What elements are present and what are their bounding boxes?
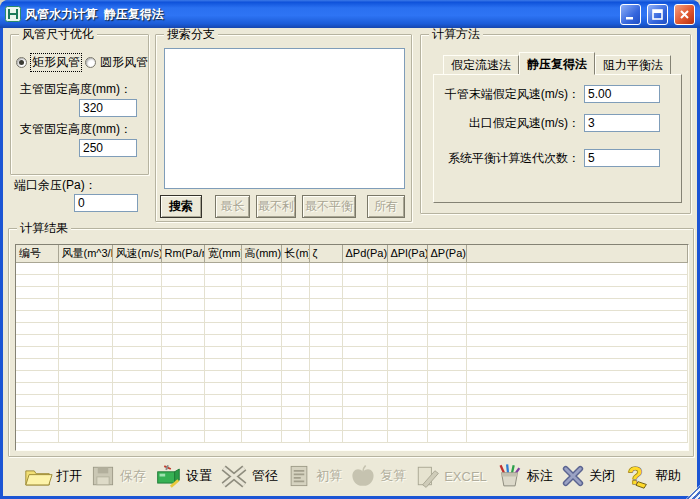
grid-cell <box>161 346 204 358</box>
duct-size-group-title: 风管尺寸优化 <box>19 28 97 41</box>
grid-cell <box>58 298 112 310</box>
grid-cell <box>16 370 58 382</box>
col-zeta: ζ <box>309 245 342 262</box>
grid-cell <box>281 322 309 334</box>
recalc-label: 复算 <box>380 467 406 485</box>
grid-cell <box>241 286 281 298</box>
grid-cell <box>241 274 281 286</box>
results-grid[interactable]: 编号 风量(m^3/h) 风速(m/s) Rm(Pa/m) 宽(mm) 高(mm… <box>15 244 689 451</box>
grid-cell <box>161 322 204 334</box>
branch-height-input[interactable] <box>79 139 137 157</box>
grid-cell <box>204 310 241 322</box>
maximize-button[interactable] <box>647 4 668 25</box>
tab-resistance-balance[interactable]: 阻力平衡法 <box>595 55 671 74</box>
grid-cell <box>281 334 309 346</box>
open-tool[interactable]: 打开 <box>23 463 82 490</box>
radio-circular-duct[interactable]: 圆形风管 <box>85 54 148 71</box>
grid-cell <box>309 430 342 442</box>
minimize-icon <box>624 8 637 21</box>
port-pressure-input[interactable] <box>74 194 138 212</box>
pipe-diameter-icon <box>219 463 249 490</box>
grid-cell <box>281 358 309 370</box>
grid-cell <box>309 358 342 370</box>
grid-cell <box>16 310 58 322</box>
main-height-input[interactable] <box>79 99 137 117</box>
grid-cell <box>241 310 281 322</box>
annotate-tool[interactable]: 标注 <box>494 463 553 490</box>
grid-cell <box>58 406 112 418</box>
close-app-tool[interactable]: 关闭 <box>560 464 615 488</box>
grid-row <box>16 334 688 346</box>
tab-assumed-velocity[interactable]: 假定流速法 <box>443 55 519 74</box>
tab-static-pressure-regain[interactable]: 静压复得法 <box>519 52 595 75</box>
radio-rectangular-duct[interactable]: 矩形风管 <box>16 54 81 71</box>
branch-listbox[interactable] <box>164 48 405 189</box>
grid-cell <box>204 358 241 370</box>
open-folder-icon <box>23 463 53 490</box>
grid-cell <box>241 322 281 334</box>
grid-cell <box>16 430 58 442</box>
grid-cell <box>342 430 387 442</box>
grid-cell <box>112 382 161 394</box>
longest-button: 最长 <box>215 195 250 218</box>
window-title: 风管水力计算 静压复得法 <box>25 6 614 23</box>
most-unfavorable-button: 最不利 <box>256 195 296 218</box>
grid-cell <box>241 346 281 358</box>
annotate-label: 标注 <box>527 467 553 485</box>
col-height: 高(mm) <box>241 245 281 262</box>
help-tool[interactable]: ? 帮助 <box>622 462 681 490</box>
grid-cell <box>281 406 309 418</box>
grid-cell <box>161 310 204 322</box>
grid-cell <box>281 298 309 310</box>
settings-tool[interactable]: 设置 <box>153 463 212 490</box>
grid-cell <box>16 286 58 298</box>
grid-cell <box>58 346 112 358</box>
grid-cell <box>342 406 387 418</box>
outlet-velocity-input[interactable] <box>584 114 660 132</box>
grid-cell <box>112 346 161 358</box>
grid-cell <box>342 358 387 370</box>
grid-cell <box>112 310 161 322</box>
grid-cell <box>281 262 309 274</box>
grid-cell <box>204 334 241 346</box>
grid-cell <box>204 382 241 394</box>
grid-cell <box>281 370 309 382</box>
grid-cell <box>387 382 427 394</box>
grid-cell <box>387 394 427 406</box>
grid-cell <box>58 310 112 322</box>
pipe-diameter-tool[interactable]: 管径 <box>219 463 278 490</box>
col-dpl: ΔPl(Pa) <box>387 245 427 262</box>
grid-row <box>16 322 688 334</box>
grid-cell <box>58 418 112 430</box>
radio-round-label: 圆形风管 <box>100 54 148 71</box>
grid-cell <box>342 310 387 322</box>
trunk-end-velocity-input[interactable] <box>584 85 660 103</box>
title-bar[interactable]: 风管水力计算 静压复得法 <box>0 0 700 28</box>
initial-calc-doc-icon <box>285 463 313 489</box>
save-tool: 保存 <box>89 463 146 489</box>
grid-cell <box>342 394 387 406</box>
grid-cell <box>58 394 112 406</box>
grid-cell <box>466 382 688 394</box>
grid-cell <box>241 358 281 370</box>
grid-cell <box>466 274 688 286</box>
grid-cell <box>58 382 112 394</box>
close-button[interactable] <box>674 4 695 25</box>
iteration-count-input[interactable] <box>584 149 660 167</box>
grid-cell <box>342 298 387 310</box>
app-icon[interactable] <box>5 6 21 22</box>
grid-row <box>16 310 688 322</box>
grid-cell <box>58 430 112 442</box>
grid-cell <box>241 394 281 406</box>
grid-cell <box>112 394 161 406</box>
search-button[interactable]: 搜索 <box>160 195 202 218</box>
annotate-pens-icon <box>494 463 524 490</box>
col-id: 编号 <box>16 245 58 262</box>
minimize-button[interactable] <box>620 4 641 25</box>
grid-header-row: 编号 风量(m^3/h) 风速(m/s) Rm(Pa/m) 宽(mm) 高(mm… <box>16 245 688 262</box>
grid-cell <box>427 406 466 418</box>
grid-row <box>16 382 688 394</box>
grid-cell <box>427 346 466 358</box>
grid-cell <box>204 406 241 418</box>
grid-cell <box>466 322 688 334</box>
